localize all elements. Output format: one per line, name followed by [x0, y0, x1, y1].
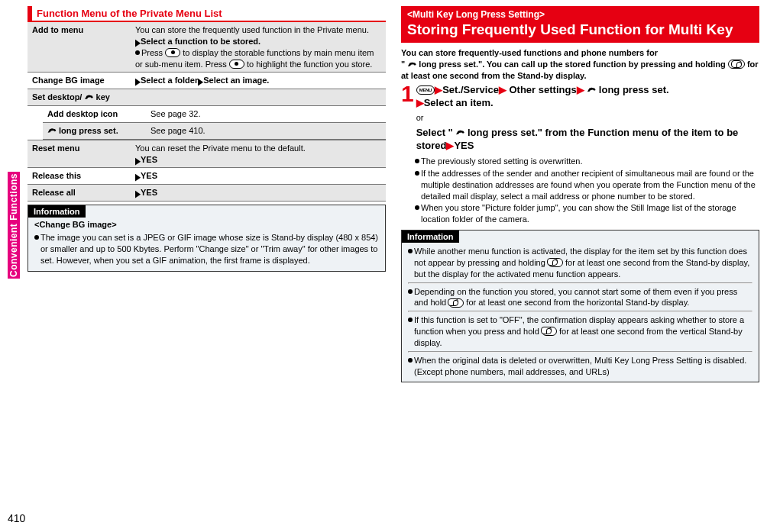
information-box: Information <Change BG image> The image … [28, 205, 386, 271]
text: You can store the frequently used functi… [135, 25, 369, 34]
bullet-icon [408, 249, 413, 253]
text: Set./Service [442, 84, 499, 95]
row-label: Release this [28, 168, 131, 185]
info-text: While another menu function is activated… [408, 246, 752, 280]
arrow-icon: ▶ [135, 190, 141, 200]
row-content: See page 410. [146, 122, 386, 139]
text: long press set.". You can call up the st… [416, 60, 728, 69]
arrow-icon: ▶ [499, 84, 506, 95]
nav-key-icon [165, 48, 180, 57]
phone-key-icon [84, 94, 93, 101]
info-text: The image you can set is a JPEG or GIF i… [34, 232, 379, 266]
text: Set desktop/ [32, 92, 84, 102]
phone-key-icon [587, 86, 596, 93]
row-label: Add desktop icon [43, 106, 146, 122]
bullet-icon [415, 159, 419, 163]
step-number-icon: 1 [401, 83, 414, 104]
info-text: When the original data is deleted or ove… [408, 355, 752, 378]
text: Select a folder [141, 76, 198, 85]
menu-key-icon: MENU [416, 85, 435, 95]
multi-key-icon [728, 60, 745, 69]
info-label: Information [402, 231, 459, 243]
bullet-icon [408, 318, 413, 322]
phone-key-icon [407, 61, 416, 68]
arrow-icon: ▶ [577, 84, 584, 95]
text: YES [454, 140, 474, 151]
header-title: Storing Frequently Used Function for Mul… [407, 21, 753, 38]
table-row: Change BG image ▶Select a folder▶Select … [28, 73, 386, 89]
text: to highlight the function you store. [244, 60, 373, 69]
bullet-icon [408, 358, 413, 363]
arrow-icon: ▶ [416, 97, 424, 108]
arrow-icon: ▶ [435, 84, 442, 95]
row-label: long press set. [43, 122, 146, 139]
table-row: Release all ▶YES [28, 185, 386, 202]
text: Press [141, 48, 165, 57]
section-title-bar: Function Menu of the Private Menu List [28, 6, 386, 22]
divider [408, 311, 752, 312]
divider [408, 351, 752, 353]
arrow-icon: ▶ [135, 156, 141, 166]
row-content: ▶YES [131, 185, 386, 202]
table-row: Release this ▶YES [28, 168, 386, 185]
text: When you store "Picture folder jump", yo… [421, 203, 736, 224]
bullet-list: The previously stored setting is overwri… [401, 156, 759, 225]
row-content: ▶YES [131, 168, 386, 185]
red-header: <Multi Key Long Press Setting> Storing F… [401, 6, 759, 43]
page-number: 410 [8, 512, 25, 524]
arrow-icon: ▶ [446, 140, 454, 151]
text: Select an item. [424, 97, 494, 108]
multi-key-icon [548, 258, 563, 267]
arrow-icon: ▶ [198, 78, 203, 88]
bullet-icon [415, 171, 419, 176]
info-label: Information [28, 205, 86, 218]
text: Select a function to be stored. [141, 37, 261, 46]
text: You can store frequently-used functions … [401, 48, 658, 57]
phone-key-icon [455, 129, 464, 136]
table-row: Add to menu You can store the frequently… [28, 22, 386, 73]
text: If the addresses of the sender and anoth… [421, 169, 756, 201]
text: Other settings [506, 84, 577, 95]
text: long press set. [596, 84, 668, 95]
section-title: Function Menu of the Private Menu List [28, 6, 227, 21]
text: YES [141, 188, 157, 197]
text: You can reset the Private menu to the de… [135, 143, 306, 153]
bullet-icon [408, 289, 413, 294]
row-content: See page 32. [146, 106, 386, 122]
row-content: You can store the frequently used functi… [131, 22, 386, 73]
row-label: Release all [28, 185, 131, 202]
function-menu-table: Add to menu You can store the frequently… [28, 22, 386, 202]
bullet-icon [415, 205, 419, 210]
step-1: 1 MENU▶Set./Service▶ Other settings▶ lon… [401, 83, 759, 153]
arrow-icon: ▶ [135, 38, 141, 48]
divider [408, 282, 752, 284]
text: The previously stored setting is overwri… [421, 156, 583, 166]
text: YES [141, 171, 157, 180]
row-label: Change BG image [28, 73, 131, 89]
text: Select an image. [203, 76, 269, 85]
row-label: Reset menu [28, 140, 131, 168]
row-content: ▶Select a folder▶Select an image. [131, 73, 386, 89]
table-row: Set desktop/ key [28, 89, 386, 106]
row-label: Set desktop/ key [28, 89, 386, 106]
body-text: You can store frequently-used functions … [401, 43, 759, 225]
left-column: Function Menu of the Private Menu List A… [28, 6, 386, 382]
text: Select " [416, 127, 456, 138]
right-column: <Multi Key Long Press Setting> Storing F… [401, 6, 759, 382]
arrow-icon: ▶ [135, 78, 141, 88]
row-label: Add to menu [28, 22, 131, 73]
text: or [416, 112, 759, 124]
info-text: Depending on the function you stored, yo… [408, 286, 752, 309]
arrow-icon: ▶ [135, 173, 141, 183]
information-box: Information While another menu function … [401, 230, 759, 382]
row-content: You can reset the Private menu to the de… [131, 140, 386, 168]
multi-key-icon [448, 298, 464, 308]
text: long press set. [57, 126, 118, 135]
bullet-icon [135, 50, 140, 55]
header-subtitle: <Multi Key Long Press Setting> [407, 9, 753, 20]
info-heading: <Change BG image> [34, 219, 379, 231]
text: " [401, 60, 407, 69]
text: YES [141, 155, 157, 164]
table-row: Reset menu You can reset the Private men… [28, 140, 386, 168]
table-row: Add desktop icon See page 32. long press… [28, 106, 386, 140]
